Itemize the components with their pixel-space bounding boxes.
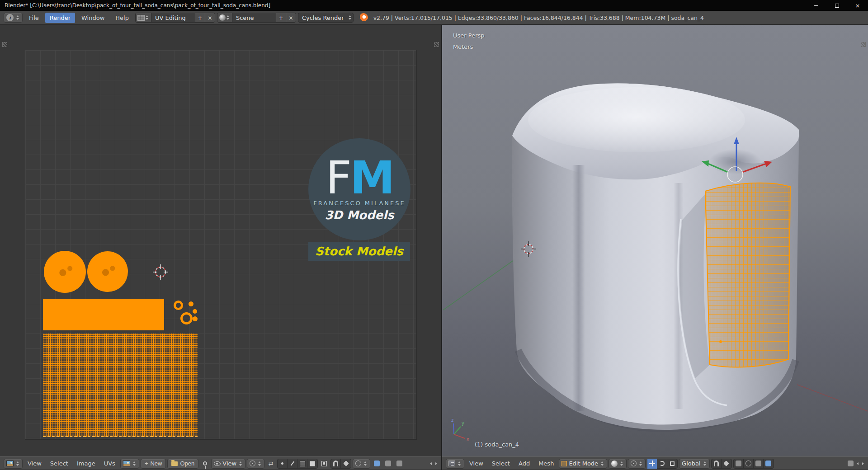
area-options-handle[interactable] (2, 42, 7, 47)
shading-sphere-icon (611, 461, 618, 467)
image-editor-icon (6, 461, 14, 466)
uv-island-body-mesh[interactable] (43, 334, 198, 437)
uv-select-face-button[interactable] (297, 459, 307, 469)
area-split-handle-3d[interactable] (861, 42, 866, 47)
snap-element-dropdown-3d[interactable] (722, 459, 731, 469)
sticky-select-toggle[interactable] (319, 459, 329, 469)
manipulator-scale-button[interactable] (667, 459, 677, 469)
uv-stretch-display-toggle[interactable] (383, 459, 393, 469)
uv-island-tab-ring-small[interactable] (174, 301, 183, 310)
chevron-updown-icon (639, 461, 642, 466)
viewport-shading-dropdown[interactable] (609, 459, 627, 469)
scopes-icon (396, 461, 402, 466)
uv-island-can-bottom[interactable] (87, 251, 128, 292)
uv-draw-other-objects-toggle[interactable] (372, 459, 382, 469)
add-scene-button[interactable]: + (276, 13, 286, 22)
screen-layout-selector[interactable]: UV Editing + × (135, 13, 215, 23)
proportional-edit-icon (745, 461, 751, 466)
editor-type-dropdown-3d[interactable] (446, 459, 464, 469)
interaction-mode-label: Edit Mode (569, 460, 598, 467)
editor-type-dropdown-info[interactable]: i (4, 13, 23, 23)
minimize-button[interactable] (806, 0, 826, 11)
main-area: FM FRANCESCO MILANESE 3D Models Stock Mo… (0, 25, 868, 470)
viewport-3d[interactable]: User Persp Meters (1) soda_can_4 (442, 25, 868, 470)
render-preview-toggle[interactable] (754, 459, 764, 469)
uv-2d-cursor-graphic (152, 264, 169, 280)
uv-menu-image[interactable]: Image (73, 459, 99, 468)
scene-selector[interactable]: Scene + × (217, 13, 296, 23)
viewport-3d-header: View Select Add Mesh Edit Mode (442, 456, 868, 470)
pin-image-toggle[interactable] (200, 459, 210, 469)
snap-element-dropdown[interactable] (341, 459, 351, 469)
uv-select-island-button[interactable] (307, 459, 317, 469)
uv-island-tab-ring-large[interactable] (180, 312, 193, 324)
viewport-canvas[interactable]: x y z (442, 25, 868, 456)
delete-scene-button[interactable]: × (286, 13, 296, 22)
view3d-menu-view[interactable]: View (466, 459, 487, 468)
pivot-point-dropdown[interactable] (628, 459, 646, 469)
maximize-button[interactable] (826, 0, 847, 11)
uv-island-label-band[interactable] (43, 299, 164, 330)
menu-help[interactable]: Help (111, 13, 133, 23)
island-select-icon (310, 461, 315, 466)
view3d-header-scroll[interactable] (848, 461, 864, 466)
transform-orientation-dropdown[interactable]: Global (679, 459, 709, 469)
render-engine-selector[interactable]: Cycles Render (298, 13, 354, 23)
interaction-mode-dropdown[interactable]: Edit Mode (559, 459, 607, 469)
add-layout-button[interactable]: + (195, 13, 205, 22)
uv-2d-cursor[interactable] (152, 264, 169, 280)
proportional-edit-toggle-3d[interactable] (744, 459, 754, 469)
transform-orientation-label: Global (682, 460, 700, 467)
opengl-render-button[interactable] (764, 459, 774, 469)
uv-select-edge-button[interactable] (288, 459, 297, 469)
uv-header-scroll[interactable] (429, 463, 438, 465)
axis-z-label: z (451, 418, 453, 423)
new-image-button[interactable]: + New (141, 459, 166, 469)
occlude-geometry-toggle[interactable] (734, 459, 744, 469)
snap-toggle-3d[interactable] (712, 459, 722, 469)
close-button[interactable]: × (847, 0, 868, 11)
editor-type-dropdown-uv[interactable] (4, 459, 23, 469)
uv-island-tab-dot-1[interactable] (189, 301, 193, 306)
selected-uv-faces-region[interactable] (705, 183, 790, 367)
uv-scopes-toggle[interactable] (394, 459, 404, 469)
soda-can-pack-model[interactable] (512, 84, 800, 430)
uv-image-editor[interactable]: FM FRANCESCO MILANESE 3D Models Stock Mo… (0, 25, 442, 470)
delete-layout-button[interactable]: × (205, 13, 215, 22)
uv-island-can-top[interactable] (44, 251, 86, 293)
axis-y-label: y (462, 421, 464, 426)
top-dip-shadow (709, 149, 761, 174)
menu-file[interactable]: File (24, 13, 43, 23)
area-split-handle[interactable] (434, 42, 439, 47)
magnet-icon (714, 461, 719, 466)
view-perspective-label: User Persp (453, 32, 485, 39)
uv-menu-select[interactable]: Select (47, 459, 72, 468)
uv-menu-uvs[interactable]: UVs (100, 459, 119, 468)
uv-island-tab-dot-2[interactable] (193, 309, 197, 314)
sync-uv-selection-toggle[interactable]: ⇄ (266, 459, 276, 469)
snap-element-icon (343, 461, 349, 466)
view3d-menu-mesh[interactable]: Mesh (535, 459, 557, 468)
selected-vertex-dot[interactable] (719, 340, 722, 343)
uv-editor-mode-dropdown[interactable]: View (211, 459, 245, 469)
uv-pivot-dropdown[interactable] (247, 459, 264, 469)
sticky-icon (321, 461, 327, 466)
uv-select-vertex-button[interactable] (278, 459, 288, 469)
viewport-editor-icon (448, 461, 455, 466)
open-image-button[interactable]: Open (167, 459, 198, 469)
snap-toggle[interactable] (331, 459, 341, 469)
proportional-edit-dropdown[interactable] (353, 459, 370, 469)
uv-island-tab-dot-3[interactable] (193, 316, 198, 321)
manipulator-rotate-button[interactable] (657, 459, 667, 469)
view3d-menu-add[interactable]: Add (515, 459, 533, 468)
manipulator-translate-button[interactable] (647, 459, 657, 469)
image-browse-dropdown[interactable] (120, 459, 139, 469)
menu-window[interactable]: Window (77, 13, 109, 23)
menu-render[interactable]: Render (45, 13, 75, 23)
new-image-label: New (150, 460, 162, 467)
plus-icon: + (145, 460, 148, 467)
scroll-left-icon (857, 462, 859, 465)
view3d-menu-select[interactable]: Select (488, 459, 514, 468)
uv-menu-view[interactable]: View (24, 459, 45, 468)
fm-logo-letters: FM (326, 157, 393, 199)
